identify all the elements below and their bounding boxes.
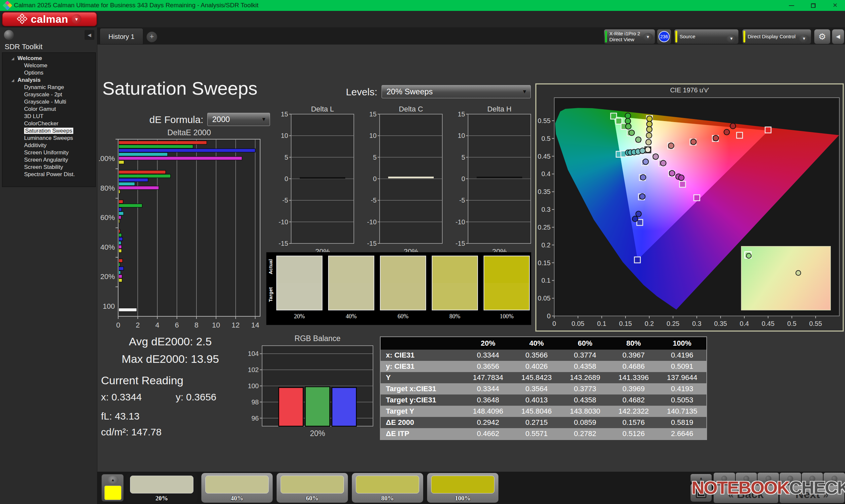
table-cell: 145.8423 (512, 372, 561, 383)
de-formula-value: 2000 (212, 115, 230, 124)
table-column-header: 40% (512, 337, 561, 349)
svg-text:0.55: 0.55 (538, 117, 550, 124)
actual-target-swatch-panel: Actual Target 20%40%60%80%100% (266, 252, 531, 325)
table-cell: 0.3564 (512, 383, 561, 395)
pattern-window-button[interactable]: ▲ (101, 474, 124, 502)
svg-text:0: 0 (461, 175, 465, 182)
actual-swatch (484, 256, 529, 283)
level-swatch-button-100%[interactable]: 100% (427, 473, 498, 503)
action-button-5[interactable] (802, 473, 823, 485)
settings-button[interactable]: ⚙ (814, 29, 830, 44)
pattern-up-button[interactable]: ▲ (690, 474, 712, 483)
panel-collapse-button[interactable]: ◀ (832, 29, 844, 44)
target-swatch (433, 283, 477, 310)
sidebar-item-welcome[interactable]: Welcome (2, 62, 95, 69)
back-button[interactable]: « Back (714, 485, 778, 503)
svg-text:20%: 20% (310, 429, 325, 438)
sidebar-item-3d-lut[interactable]: 3D LUT (2, 113, 95, 120)
calman-menu-button[interactable]: calman ▼ (2, 12, 97, 26)
svg-text:0.25: 0.25 (667, 320, 680, 327)
table-cell: 0.3774 (561, 349, 609, 361)
next-button[interactable]: Next » (780, 485, 844, 503)
cie-zoom-inset (741, 246, 831, 310)
display-control-label: Direct Display Control (747, 33, 795, 40)
tab-history-1[interactable]: History 1 (100, 28, 143, 44)
sidebar-item-saturation-sweeps[interactable]: Saturation Sweeps (2, 127, 95, 134)
svg-text:8: 8 (194, 321, 198, 329)
display-control-dropdown[interactable]: Direct Display Control ▼ (742, 29, 811, 44)
svg-text:14: 14 (251, 321, 259, 329)
sidebar-item-luminance-sweeps[interactable]: Luminance Sweeps (2, 134, 95, 142)
sidebar-item-additivity[interactable]: Additivity (2, 142, 95, 149)
levels-select[interactable]: 20% Sweeps ▼ (382, 85, 531, 98)
minimize-button[interactable] (781, 0, 802, 11)
page-title: Saturation Sweeps (102, 77, 258, 99)
level-swatch-button-80%[interactable]: 80% (352, 473, 423, 503)
close-button[interactable]: ✕ (825, 0, 845, 11)
table-column-header: 60% (561, 337, 609, 349)
sidebar-item-color-gamut[interactable]: Color Gamut (2, 106, 95, 113)
svg-text:Delta H: Delta H (487, 106, 511, 113)
sidebar-section-analysis[interactable]: ◢Analysis (2, 76, 95, 84)
action-button-1[interactable] (714, 473, 735, 485)
table-cell: 0.4193 (658, 383, 706, 395)
action-button-4[interactable] (780, 473, 801, 485)
svg-text:0.15: 0.15 (538, 259, 550, 267)
add-tab-button[interactable]: + (146, 32, 157, 42)
sidebar-item-grayscale-multi[interactable]: Grayscale - Multi (2, 98, 95, 106)
level-swatch-button-20%[interactable]: 20% (126, 473, 197, 503)
pattern-window-toggle-button[interactable] (690, 484, 712, 502)
swatch-compare-100% (483, 256, 530, 310)
swatch-label: 80% (432, 313, 478, 320)
sidebar-collapse-button[interactable]: ◀ (85, 30, 94, 40)
svg-text:-5: -5 (459, 197, 465, 204)
de-formula-select[interactable]: 2000 ▼ (207, 113, 270, 126)
table-row: Y147.7834145.8423143.2689141.3396137.964… (381, 372, 706, 383)
pattern-controls: ▲ (690, 474, 712, 502)
action-button-2[interactable] (736, 473, 757, 485)
table-cell: 0.3566 (512, 349, 561, 361)
sidebar-item-screen-uniformity[interactable]: Screen Uniformity (2, 149, 95, 156)
svg-text:10: 10 (458, 132, 465, 139)
sidebar-section-welcome[interactable]: ◢Welcome (2, 55, 95, 62)
svg-text:0.45: 0.45 (538, 153, 550, 160)
svg-text:4: 4 (155, 321, 159, 329)
sidebar-options-button[interactable] (4, 30, 14, 40)
source-dropdown[interactable]: Source ▼ (674, 29, 739, 44)
meter-count-button[interactable]: 236 (657, 29, 671, 44)
meter-count-badge: 236 (658, 31, 670, 42)
swatch-label: 40% (328, 313, 374, 320)
back-label: Back (737, 488, 763, 500)
sidebar-item-dynamic-range[interactable]: Dynamic Range (2, 84, 95, 91)
header-bar: calman ▼ (0, 11, 845, 28)
table-cell: 0.4358 (561, 361, 609, 372)
sidebar-item-grayscale-2pt[interactable]: Grayscale - 2pt (2, 91, 95, 98)
action-button-3[interactable] (758, 473, 779, 485)
sidebar-item-colorchecker[interactable]: ColorChecker (2, 120, 95, 127)
svg-text:0.05: 0.05 (538, 294, 550, 302)
meter-dropdown[interactable]: X-Rite i1Pro 2 Direct View ▼ (604, 29, 655, 44)
table-header-row: 20%40%60%80%100% (381, 337, 706, 349)
sidebar-item-screen-stability[interactable]: Screen Stability (2, 164, 95, 171)
sidebar-item-spectral-power-dist-[interactable]: Spectral Power Dist. (2, 171, 95, 178)
swatch-compare-20% (276, 256, 322, 310)
level-swatch-button-40%[interactable]: 40% (201, 473, 272, 503)
sidebar-item-screen-angularity[interactable]: Screen Angularity (2, 156, 95, 164)
level-swatch-button-60%[interactable]: 60% (277, 473, 348, 503)
target-swatch (329, 283, 374, 310)
svg-text:0.15: 0.15 (619, 320, 632, 327)
sidebar-item-options[interactable]: Options (2, 69, 95, 76)
svg-text:0: 0 (373, 175, 376, 182)
level-swatch-label: 20% (126, 495, 197, 502)
table-cell: 0.4682 (609, 395, 658, 406)
app-logo-icon (3, 1, 12, 10)
table-row-label: Target Y (381, 406, 464, 417)
svg-text:12: 12 (232, 321, 240, 329)
workflow-tree: ◢WelcomeWelcomeOptions◢AnalysisDynamic R… (2, 52, 96, 187)
svg-text:-5: -5 (282, 197, 288, 204)
action-button-6[interactable] (824, 473, 845, 485)
sidebar: ◀ SDR Toolkit ◢WelcomeWelcomeOptions◢Ana… (0, 28, 98, 504)
svg-text:10: 10 (212, 321, 220, 329)
display-control-status-stripe (743, 31, 745, 42)
restore-button[interactable] (804, 0, 823, 11)
